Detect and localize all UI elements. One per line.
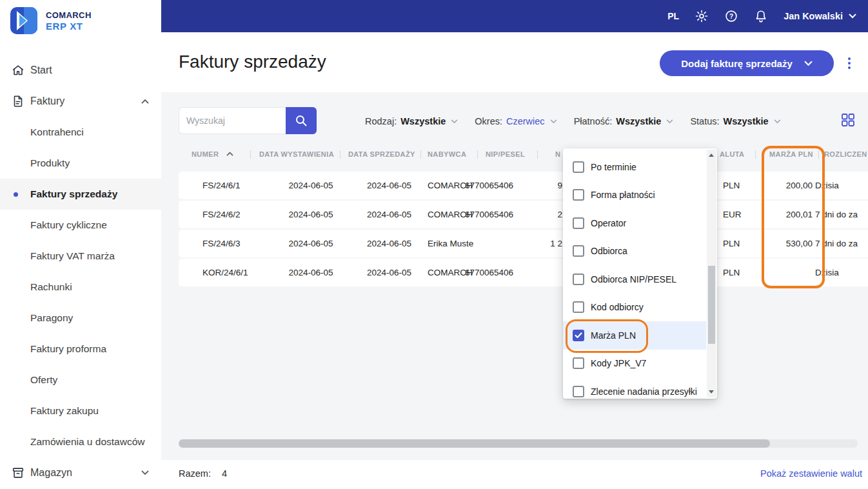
- search-input[interactable]: [179, 107, 286, 134]
- horizontal-scrollbar[interactable]: [179, 439, 858, 448]
- help-icon[interactable]: ?: [724, 9, 738, 23]
- horizontal-scrollbar-thumb[interactable]: [179, 439, 770, 448]
- filter-rodzaj[interactable]: Rodzaj: Wszystkie: [365, 116, 458, 126]
- comarch-logo-icon: [10, 7, 37, 34]
- sidebar-item-faktury[interactable]: Faktury: [0, 86, 161, 117]
- column-header-rozliczenie-partial[interactable]: ROZLICZEN: [824, 150, 867, 158]
- checkbox-unchecked[interactable]: [573, 217, 584, 229]
- filter-label: Status:: [690, 116, 719, 126]
- sidebar-item-faktury-cykliczne[interactable]: Faktury cykliczne: [0, 210, 161, 241]
- dropdown-item-po-terminie[interactable]: Po terminie: [563, 153, 706, 181]
- column-header-waluta-partial[interactable]: ALUTA: [720, 150, 744, 158]
- search-button[interactable]: [286, 107, 317, 134]
- dropdown-item-marza-pln[interactable]: Marża PLN: [563, 321, 706, 350]
- header-divider: [755, 150, 756, 159]
- table-header-row: NUMER DATA WYSTAWIENIA DATA SPRZEDAŻY NA…: [161, 149, 868, 161]
- dropdown-item-forma-platnosci[interactable]: Forma płatności: [563, 181, 706, 210]
- svg-text:?: ?: [729, 13, 733, 20]
- dropdown-item-kody-jpk-v7[interactable]: Kody JPK_V7: [563, 350, 706, 378]
- column-header-data-wystawienia[interactable]: DATA WYSTAWIENIA: [259, 150, 334, 158]
- sidebar-item-label: Rachunki: [30, 281, 72, 293]
- checkbox-unchecked[interactable]: [573, 245, 584, 257]
- table-row[interactable]: KOR/24/6/1 2024-06-05 2024-06-05 COMARCH…: [179, 259, 868, 286]
- currency-summary-link[interactable]: Pokaż zestawienie walut: [760, 468, 862, 479]
- sidebar-item-faktury-sprzedazy[interactable]: Faktury sprzedaży: [0, 179, 161, 210]
- home-icon: [11, 63, 25, 77]
- column-header-nabywca[interactable]: NABYWCA: [428, 150, 466, 158]
- grid-view-toggle-icon[interactable]: [840, 112, 856, 128]
- chevron-down-icon: [451, 119, 458, 124]
- sidebar-item-oferty[interactable]: Oferty: [0, 364, 161, 395]
- notifications-bell-icon[interactable]: [754, 9, 768, 23]
- cell-data-sprzedazy: 2024-06-05: [358, 201, 420, 228]
- filter-status[interactable]: Status: Wszystkie: [690, 116, 780, 126]
- header-divider: [537, 150, 538, 159]
- sidebar-item-faktury-zakupu[interactable]: Faktury zakupu: [0, 395, 161, 426]
- user-menu[interactable]: Jan Kowalski: [784, 11, 856, 21]
- dropdown-item-kod-odbiorcy[interactable]: Kod odbiorcy: [563, 294, 706, 322]
- checkbox-checked[interactable]: [573, 330, 584, 341]
- scrollbar-thumb[interactable]: [708, 266, 715, 344]
- cell-netto-partial: 1 2: [516, 230, 562, 257]
- scroll-down-arrow-icon[interactable]: [709, 390, 714, 394]
- checkbox-unchecked[interactable]: [573, 189, 584, 201]
- sidebar-item-label: Kontrahenci: [30, 126, 84, 138]
- sidebar-item-label: Produkty: [30, 157, 70, 169]
- checkbox-unchecked[interactable]: [573, 274, 584, 285]
- table-row[interactable]: FS/24/6/2 2024-06-05 2024-06-05 COMARCH …: [179, 201, 868, 228]
- table-row[interactable]: FS/24/6/3 2024-06-05 2024-06-05 Erika Mu…: [179, 230, 868, 257]
- sidebar-item-paragony[interactable]: Paragony: [0, 303, 161, 334]
- dropdown-item-label: Odbiorca NIP/PESEL: [591, 274, 676, 284]
- checkbox-unchecked[interactable]: [573, 357, 584, 369]
- sidebar-item-start[interactable]: Start: [0, 55, 161, 86]
- more-options-kebab-icon[interactable]: [845, 54, 854, 73]
- chevron-down-icon: [774, 119, 781, 124]
- user-name: Jan Kowalski: [784, 11, 843, 21]
- checkbox-unchecked[interactable]: [573, 161, 584, 173]
- chevron-down-icon: [550, 119, 557, 124]
- table-row[interactable]: FS/24/6/1 2024-06-05 2024-06-05 COMARCH …: [179, 172, 868, 199]
- column-header-numer[interactable]: NUMER: [192, 150, 219, 158]
- column-header-netto-partial[interactable]: N: [555, 150, 560, 158]
- settings-gear-icon[interactable]: [695, 9, 709, 23]
- dropdown-item-zlecenie-nadania-przesylki[interactable]: Zlecenie nadania przesyłki: [563, 377, 706, 406]
- filter-okres[interactable]: Okres: Czerwiec: [475, 116, 557, 126]
- dropdown-scrollbar[interactable]: [707, 150, 716, 397]
- cell-rozliczenie: Dzisia: [815, 172, 868, 199]
- sidebar-item-faktury-vat-marza[interactable]: Faktury VAT marża: [0, 241, 161, 272]
- sidebar-item-label: Faktury proforma: [30, 343, 106, 355]
- dropdown-item-operator[interactable]: Operator: [563, 209, 706, 237]
- total-count: Razem: 4: [179, 468, 227, 479]
- column-header-data-sprzedazy[interactable]: DATA SPRZEDAŻY: [348, 150, 415, 158]
- total-value: 4: [222, 468, 227, 479]
- sidebar-item-rachunki[interactable]: Rachunki: [0, 272, 161, 303]
- dropdown-item-label: Kod odbiorcy: [591, 302, 644, 312]
- dropdown-item-odbiorca[interactable]: Odbiorca: [563, 237, 706, 266]
- dropdown-item-odbiorca-nip-pesel[interactable]: Odbiorca NIP/PESEL: [563, 265, 706, 294]
- page-title: Faktury sprzedaży: [179, 52, 326, 72]
- sidebar-item-produkty[interactable]: Produkty: [0, 148, 161, 179]
- language-selector[interactable]: PL: [667, 11, 679, 21]
- checkbox-unchecked[interactable]: [573, 386, 584, 397]
- scroll-up-arrow-icon[interactable]: [709, 154, 714, 157]
- cell-data-wystawienia: 2024-06-05: [277, 201, 345, 228]
- chevron-down-icon: [666, 119, 673, 124]
- cell-marza-pln: 200,01: [748, 201, 813, 228]
- sidebar-item-label: Magazyn: [30, 467, 72, 479]
- add-invoice-button[interactable]: Dodaj fakturę sprzedaży: [660, 50, 834, 76]
- cell-rozliczenie: 7 dni do za: [815, 201, 868, 228]
- sidebar-item-label: Zamówienia u dostawców: [30, 436, 144, 448]
- sidebar-item-kontrahenci[interactable]: Kontrahenci: [0, 117, 161, 148]
- filter-platnosc[interactable]: Płatność: Wszystkie: [574, 116, 674, 126]
- sidebar-item-faktury-proforma[interactable]: Faktury proforma: [0, 334, 161, 364]
- sort-ascending-icon[interactable]: [226, 152, 233, 156]
- column-header-nip-pesel[interactable]: NIP/PESEL: [486, 150, 525, 158]
- cell-data-wystawienia: 2024-06-05: [277, 259, 345, 286]
- chevron-up-icon: [141, 99, 149, 104]
- checkbox-unchecked[interactable]: [573, 301, 584, 313]
- sidebar-item-zamowienia-u-dostawcow[interactable]: Zamówienia u dostawców: [0, 426, 161, 457]
- brand-line1: COMARCH: [46, 10, 92, 20]
- sidebar-item-magazyn[interactable]: Magazyn: [0, 457, 161, 488]
- column-header-marza-pln[interactable]: MARŻA PLN: [769, 150, 813, 158]
- cell-data-sprzedazy: 2024-06-05: [358, 259, 420, 286]
